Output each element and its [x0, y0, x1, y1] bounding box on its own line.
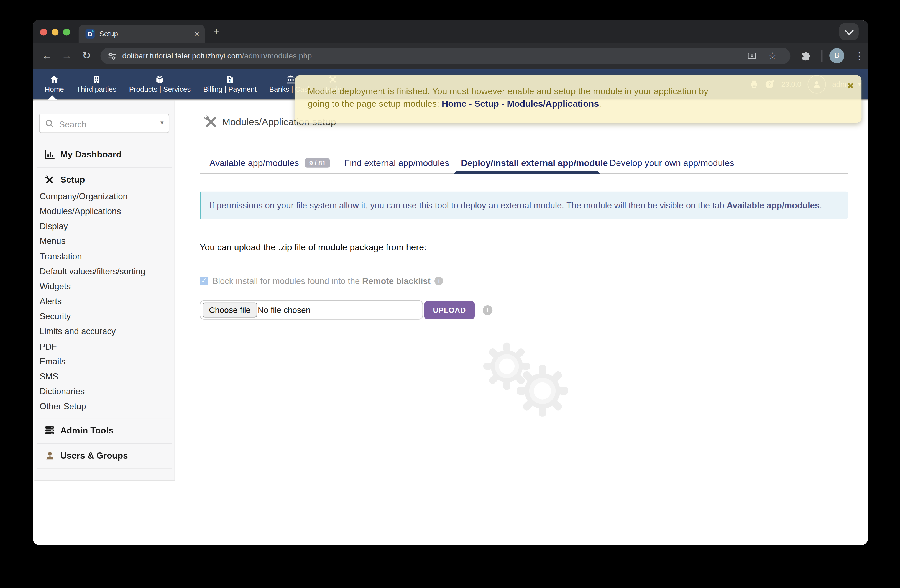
bank-icon [286, 75, 295, 84]
server-icon [44, 426, 55, 435]
sidebar-item-other-setup[interactable]: Other Setup [40, 399, 146, 414]
blacklist-row: ✓ Block install for modules found into t… [200, 276, 443, 286]
tab-strip: D Setup ✕ + [33, 20, 868, 43]
upload-button[interactable]: UPLOAD [424, 301, 475, 319]
upload-info-icon[interactable]: i [483, 306, 492, 315]
site-settings-icon[interactable] [108, 52, 116, 61]
menu-home[interactable]: Home [39, 69, 70, 99]
sidebar-item-widgets[interactable]: Widgets [40, 279, 146, 294]
screenshot-stage: D Setup ✕ + ← → ↻ [0, 0, 900, 588]
main-content: Modules/Application setup Available app/… [175, 101, 868, 545]
sidebar-divider [37, 167, 172, 168]
users-icon [44, 451, 55, 460]
menu-products-services[interactable]: Products | Services [123, 69, 197, 99]
banner-setup-link[interactable]: Home - Setup - Modules/Applications [442, 99, 599, 109]
reload-icon[interactable]: ↻ [82, 43, 91, 69]
dolibarr-page: Home Third parties Products | Servi [33, 69, 868, 545]
new-tab-icon[interactable]: + [214, 23, 219, 40]
sidebar-item-dictionaries[interactable]: Dictionaries [40, 384, 146, 399]
search-input[interactable] [58, 114, 152, 133]
browser-toolbar: ← → ↻ dolibarr.tutorial.taler.potuzhnyi.… [33, 43, 868, 69]
upload-intro-text: You can upload the .zip file of module p… [200, 242, 427, 253]
sidebar-item-sms[interactable]: SMS [40, 369, 146, 384]
tab-develop-own[interactable]: Develop your own app/modules [610, 158, 734, 168]
choose-file-button[interactable]: Choose file [203, 303, 257, 318]
sidebar-divider [37, 468, 172, 469]
modules-count-badge: 9 / 81 [304, 158, 330, 168]
sidebar-item-admin-tools[interactable]: Admin Tools [34, 424, 175, 438]
tab-deploy-install[interactable]: Deploy/install external app/module [461, 158, 608, 168]
menu-kebab-icon[interactable]: ⋮ [855, 43, 864, 69]
notification-banner: Module deployment is finished. You must … [295, 75, 862, 123]
browser-tab[interactable]: D Setup ✕ [79, 25, 205, 43]
profile-avatar[interactable]: B [829, 48, 844, 63]
svg-text:$: $ [229, 78, 231, 83]
sidebar-item-company[interactable]: Company/Organization [40, 189, 146, 204]
tab-search-button[interactable] [839, 23, 858, 40]
blacklist-info-icon[interactable]: i [434, 276, 443, 285]
sidebar-search-box[interactable]: ▾ [39, 113, 169, 133]
bookmark-star-icon[interactable]: ☆ [768, 48, 777, 64]
close-window-button[interactable] [40, 29, 47, 36]
sidebar-item-menus[interactable]: Menus [40, 234, 146, 249]
sidebar-item-modules[interactable]: Modules/Applications [40, 204, 146, 219]
toolbar-divider [821, 50, 822, 62]
sidebar-item-alerts[interactable]: Alerts [40, 294, 146, 309]
dolibarr-favicon: D [85, 29, 95, 39]
sidebar-divider [37, 418, 172, 419]
blacklist-label: Block install for modules found into the… [212, 276, 431, 286]
sidebar-item-emails[interactable]: Emails [40, 354, 146, 369]
search-caret-icon[interactable]: ▾ [160, 119, 163, 126]
sidebar-item-users-groups[interactable]: Users & Groups [34, 449, 175, 463]
info-note: If permissions on your file system allow… [200, 192, 849, 219]
cube-icon [155, 75, 164, 84]
banner-close-icon[interactable]: ✖ [847, 80, 854, 93]
banner-line2: going to the page setup modules: Home - … [307, 98, 838, 110]
tab-find-external[interactable]: Find external app/modules [344, 158, 449, 168]
forward-icon[interactable]: → [62, 43, 72, 69]
url-path: /admin/modules.php [242, 51, 312, 60]
setup-tools-icon [44, 175, 55, 185]
page-title-tools-icon [204, 115, 218, 129]
home-icon [50, 75, 59, 84]
active-menu-pointer [48, 95, 57, 100]
active-tab-underline [453, 171, 600, 174]
browser-window: D Setup ✕ + ← → ↻ [33, 20, 868, 545]
tab-available-modules[interactable]: Available app/modules9 / 81 [209, 158, 330, 168]
left-sidebar: ▾ My Dashboard Setup Company/Organiza [34, 101, 175, 481]
extensions-icon[interactable] [802, 51, 812, 61]
url-domain: dolibarr.tutorial.taler.potuzhnyi.com [122, 51, 242, 60]
gears-watermark [479, 340, 577, 420]
building-icon [93, 75, 100, 84]
chevron-down-icon [845, 26, 854, 35]
sidebar-item-setup[interactable]: Setup [34, 173, 175, 187]
search-icon [45, 119, 54, 129]
url-text[interactable]: dolibarr.tutorial.taler.potuzhnyi.com/ad… [122, 48, 312, 64]
dashboard-chart-icon [44, 150, 55, 159]
setup-menu-list: Company/Organization Modules/Application… [40, 189, 146, 414]
install-app-icon[interactable] [747, 51, 757, 61]
back-icon[interactable]: ← [42, 43, 52, 69]
favicon-dot [92, 31, 93, 32]
invoice-icon: $ [227, 75, 234, 84]
address-bar[interactable]: dolibarr.tutorial.taler.potuzhnyi.com/ad… [101, 48, 791, 64]
banner-line1: Module deployment is finished. You must … [307, 85, 838, 98]
minimize-window-button[interactable] [51, 29, 59, 36]
sidebar-item-limits[interactable]: Limits and accuracy [40, 324, 146, 339]
tab-title: Setup [99, 25, 118, 43]
sidebar-item-security[interactable]: Security [40, 309, 146, 324]
menu-billing-payment[interactable]: $ Billing | Payment [197, 69, 263, 99]
sidebar-item-pdf[interactable]: PDF [40, 339, 146, 354]
blacklist-checkbox[interactable]: ✓ [200, 276, 208, 285]
sidebar-item-display[interactable]: Display [40, 219, 146, 234]
no-file-chosen-label: No file chosen [258, 301, 310, 319]
menu-third-parties[interactable]: Third parties [70, 69, 123, 99]
sidebar-divider [37, 443, 172, 444]
file-input[interactable]: Choose file No file chosen [200, 300, 423, 320]
maximize-window-button[interactable] [63, 29, 70, 36]
sidebar-item-translation[interactable]: Translation [40, 249, 146, 264]
sidebar-item-dashboard[interactable]: My Dashboard [34, 147, 175, 161]
sidebar-item-defaults[interactable]: Default values/filters/sorting [40, 264, 146, 279]
tab-close-icon[interactable]: ✕ [194, 25, 200, 43]
